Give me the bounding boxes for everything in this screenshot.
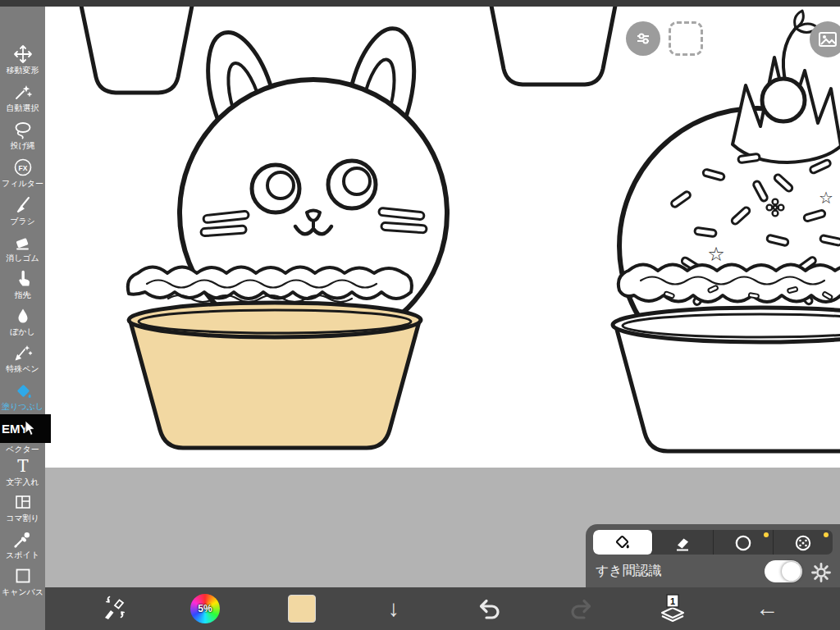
image-preview-button[interactable] [810,21,840,57]
redo-icon [569,596,596,622]
gap-recognition-toggle[interactable] [765,560,802,582]
water-drop-icon [0,306,45,326]
tool-text[interactable]: T 文字入れ [0,456,45,486]
gap-settings-button[interactable] [810,562,832,587]
brush-opacity-value: 5% [198,603,212,614]
current-color-swatch[interactable] [284,591,320,627]
gap-recognition-panel: すき間認識 [586,524,840,587]
marquee-select-button[interactable] [669,21,703,56]
svg-text:☆: ☆ [707,243,725,265]
segment-fill-bucket[interactable] [593,530,653,555]
color-swatch [288,595,316,623]
lasso-icon [0,120,45,139]
tool-eraser[interactable]: 消しゴム [0,232,45,262]
tool-brush[interactable]: ブラシ [0,195,45,226]
hide-toolbar-button[interactable]: ↓ [376,591,412,627]
fx-filter-icon: FX [0,158,45,177]
gear-icon [810,562,832,583]
color-wheel-button[interactable]: 5% [187,591,223,627]
tool-lasso[interactable]: 投げ縄 [0,120,45,150]
mouse-cursor-icon [25,420,36,436]
tool-filter[interactable]: FX フィルター [0,158,45,188]
redo-button[interactable] [564,591,600,627]
layers-icon: 1 [658,594,687,623]
badge-dot [824,532,829,537]
color-wheel-icon: 5% [190,594,220,623]
drawing-canvas[interactable]: ☆ ☆ [45,7,840,468]
comic-panel-icon [0,492,45,512]
coloring-artwork: ☆ ☆ [45,7,840,468]
magic-wand-icon [0,82,45,102]
svg-text:T: T [17,456,29,476]
name-overlay: EMY [0,414,51,443]
image-icon [817,29,838,50]
text-tool-icon: T [0,456,45,476]
brush-icon [0,195,45,215]
tool-blur[interactable]: ぼかし [0,306,45,336]
bottom-toolbar: 5% ↓ 1 ← [45,587,840,630]
pen-eraser-toggle-button[interactable] [97,591,133,627]
tool-auto-select[interactable]: 自動選択 [0,82,45,112]
segment-texture-circle[interactable] [774,530,833,555]
badge-dot [764,532,769,537]
tool-smudge-finger[interactable]: 指先 [0,269,45,299]
fill-mode-segmented-control [593,530,833,555]
gap-recognition-label: すき間認識 [596,563,662,580]
segment-circle[interactable] [714,530,774,555]
layer-count-badge: 1 [670,596,675,606]
adjust-settings-button[interactable] [626,21,660,56]
tool-move-transform[interactable]: 移動変形 [0,44,45,75]
eraser-icon [673,532,692,552]
special-pen-icon [0,343,45,363]
top-strip [0,0,840,7]
left-arrow-icon: ← [756,597,778,620]
background-cup-drawings [80,7,616,93]
tool-eyedropper[interactable]: スポイト [0,529,45,559]
back-button[interactable]: ← [749,591,785,627]
pen-eraser-swap-icon [102,596,128,622]
canvas-frame-icon [0,566,45,586]
segment-eraser[interactable] [653,530,713,555]
layers-button[interactable]: 1 [655,591,691,627]
bucket-icon [613,532,632,552]
eyedropper-icon [0,529,45,549]
texture-circle-icon [793,532,813,552]
tool-canvas[interactable]: キャンバス [0,566,45,596]
finger-icon [0,269,45,289]
tool-panel-divide[interactable]: コマ割り [0,492,45,523]
svg-text:☆: ☆ [819,189,833,207]
tool-special-pen[interactable]: 特殊ペン [0,343,45,373]
toggle-knob [782,562,801,581]
eraser-icon [0,232,45,252]
tool-fill-bucket[interactable]: 塗りつぶし [0,381,45,411]
sprinkle-cupcake-drawing: ☆ ☆ [613,11,840,451]
svg-text:FX: FX [18,164,27,172]
circle-icon [733,532,753,552]
undo-icon [475,596,501,622]
move-transform-icon [0,44,45,64]
undo-button[interactable] [470,591,506,627]
tool-sidebar: 移動変形 自動選択 投げ縄 FX フィルター [0,7,45,630]
down-arrow-icon: ↓ [388,597,399,620]
fill-bucket-icon [0,381,45,400]
slider-adjust-icon [633,29,653,48]
